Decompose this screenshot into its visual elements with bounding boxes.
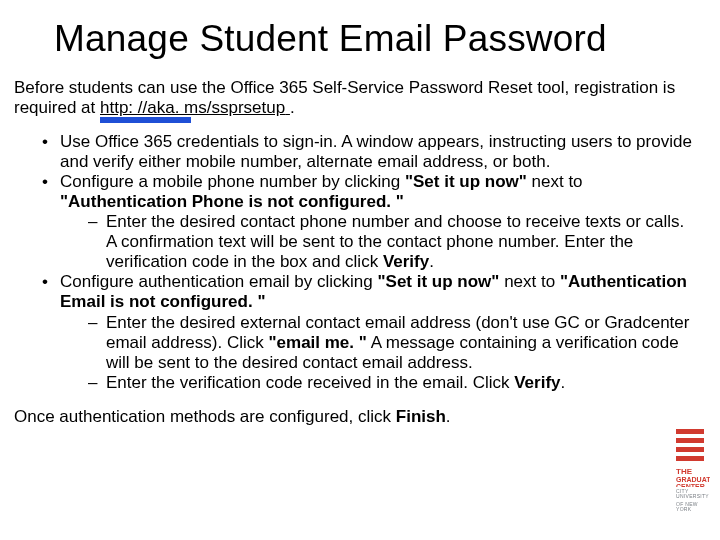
bullet-phone: Configure a mobile phone number by click… <box>42 172 696 272</box>
closing-finish: Finish <box>396 407 446 426</box>
bullet-phone-sub1: Enter the desired contact phone number a… <box>88 212 696 272</box>
bullet-email-setitup: "Set it up now" <box>378 272 500 291</box>
bullet-email-sub2: Enter the verification code received in … <box>88 373 696 393</box>
sspr-setup-link[interactable]: http: //aka. ms/ssprsetup <box>100 98 290 117</box>
bullet-email-sublist: Enter the desired external contact email… <box>60 313 696 393</box>
svg-text:CENTER: CENTER <box>676 483 705 487</box>
intro-paragraph: Before students can use the Office 365 S… <box>14 78 706 118</box>
page-title: Manage Student Email Password <box>14 18 706 60</box>
bullet-email-sub2-pre: Enter the verification code received in … <box>106 373 514 392</box>
instruction-list: Use Office 365 credentials to sign-in. A… <box>14 132 706 393</box>
bullet-phone-setitup: "Set it up now" <box>405 172 527 191</box>
closing-post: . <box>446 407 451 426</box>
svg-rect-1 <box>676 438 704 443</box>
bullet-email-sub1-emailme: "email me. " <box>269 333 367 352</box>
link-underline-bar <box>100 117 191 123</box>
bullet-phone-mid: next to <box>527 172 583 191</box>
bullet-email: Configure authentication email by clicki… <box>42 272 696 392</box>
bullet-phone-sub1-post: . <box>429 252 434 271</box>
bullet-phone-sub1-verify: Verify <box>383 252 429 271</box>
bullet-email-sub2-verify: Verify <box>514 373 560 392</box>
link-text: http: //aka. ms/ssprsetup <box>100 98 285 117</box>
logo-subtext-1: CITY UNIVERSITY <box>670 489 710 500</box>
closing-pre: Once authentication methods are configur… <box>14 407 396 426</box>
slide: Manage Student Email Password Before stu… <box>0 0 720 540</box>
bullet-signin: Use Office 365 credentials to sign-in. A… <box>42 132 696 172</box>
intro-suffix: . <box>290 98 295 117</box>
bullet-phone-notconfigured: "Authentication Phone is not configured.… <box>60 192 404 211</box>
svg-rect-0 <box>676 429 704 434</box>
bullet-phone-pre: Configure a mobile phone number by click… <box>60 172 405 191</box>
bullet-email-pre: Configure authentication email by clicki… <box>60 272 378 291</box>
graduate-center-logo: THE GRADUATE CENTER CITY UNIVERSITY OF N… <box>670 429 710 512</box>
bullet-email-sub2-post: . <box>561 373 566 392</box>
svg-rect-3 <box>676 456 704 461</box>
bullet-phone-sublist: Enter the desired contact phone number a… <box>60 212 696 272</box>
closing-paragraph: Once authentication methods are configur… <box>14 407 706 427</box>
logo-icon: THE GRADUATE CENTER <box>670 429 710 487</box>
bullet-email-sub1: Enter the desired external contact email… <box>88 313 696 373</box>
logo-subtext-2: OF NEW YORK <box>670 502 710 513</box>
svg-text:GRADUATE: GRADUATE <box>676 476 710 483</box>
svg-text:THE: THE <box>676 467 693 476</box>
bullet-signin-text: Use Office 365 credentials to sign-in. A… <box>60 132 692 171</box>
svg-rect-2 <box>676 447 704 452</box>
bullet-email-mid: next to <box>499 272 559 291</box>
